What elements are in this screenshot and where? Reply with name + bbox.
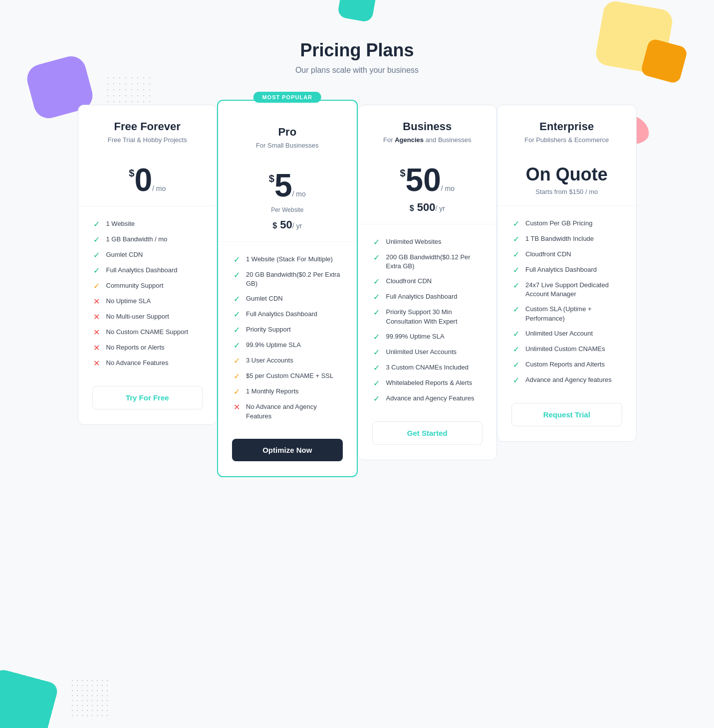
feature-text: Unlimited User Account xyxy=(525,329,593,338)
plan-description-pro: For Small Businesses xyxy=(232,142,343,160)
check-green-icon: ✓ xyxy=(511,219,520,228)
price-block-free: $ 0 / mo xyxy=(92,164,203,196)
price-value-pro: 5 xyxy=(274,170,292,201)
plan-button-pro[interactable]: Optimize Now xyxy=(232,439,343,461)
check-green-icon: ✓ xyxy=(511,376,520,385)
check-green-icon: ✓ xyxy=(511,330,520,339)
cross-red-icon: ✕ xyxy=(92,359,101,368)
price-currency-business: $ xyxy=(400,168,405,178)
feature-text: Gumlet CDN xyxy=(106,250,143,259)
feature-text: Custom Per GB Pricing xyxy=(525,219,592,228)
feature-item: ✓ 99.9% Uptime SLA xyxy=(232,338,343,353)
feature-item: ✓ 200 GB Bandwidth($0.12 Per Extra GB) xyxy=(372,250,483,274)
feature-item: ✕ No Reports or Alerts xyxy=(92,340,203,356)
price-yearly-business: $ 500/ yr xyxy=(372,201,483,214)
price-currency-pro: $ xyxy=(269,174,274,183)
feature-text: Community Support xyxy=(106,281,164,290)
feature-item: ✓ Whitelabeled Reports & Alerts xyxy=(372,375,483,391)
check-green-icon: ✓ xyxy=(372,293,381,302)
check-green-icon: ✓ xyxy=(232,255,241,264)
price-block-pro: $ 5 / mo xyxy=(232,170,343,201)
feature-text: 200 GB Bandwidth($0.12 Per Extra GB) xyxy=(386,253,483,271)
feature-item: ✕ No Custom CNAME Support xyxy=(92,325,203,340)
feature-text: Full Analytics Dashboard xyxy=(106,266,178,275)
feature-text: No Custom CNAME Support xyxy=(106,328,189,337)
pricing-container: Free ForeverFree Trial & Hobby Projects … xyxy=(58,95,657,502)
check-green-icon: ✓ xyxy=(232,341,241,350)
feature-item: ✓ 1 GB Bandwidth / mo xyxy=(92,232,203,247)
feature-text: 3 Custom CNAMEs Included xyxy=(386,363,469,372)
plan-button-enterprise[interactable]: Request Trial xyxy=(511,403,622,426)
check-green-icon: ✓ xyxy=(511,266,520,275)
feature-text: Cloudfront CDN xyxy=(525,250,571,259)
feature-text: 99.9% Uptime SLA xyxy=(246,341,301,350)
plan-name-business: Business xyxy=(372,120,483,133)
divider-business xyxy=(358,224,497,224)
feature-text: 1 Monthly Reports xyxy=(246,387,299,396)
feature-text: Full Analytics Dashboard xyxy=(525,265,597,274)
decorative-teal-bottom xyxy=(0,668,59,728)
feature-item: ✓ Unlimited Websites xyxy=(372,234,483,250)
feature-item: ✓ 1 Website (Stack For Multiple) xyxy=(232,252,343,267)
feature-item: ✓ Unlimited User Accounts xyxy=(372,345,483,360)
feature-text: Whitelabeled Reports & Alerts xyxy=(386,378,473,387)
check-green-icon: ✓ xyxy=(511,281,520,290)
cross-red-icon: ✕ xyxy=(92,344,101,353)
feature-text: No Reports or Alerts xyxy=(106,343,165,352)
plan-button-free[interactable]: Try For Free xyxy=(92,386,203,409)
feature-item: ✓ 1 Website xyxy=(92,216,203,232)
check-green-icon: ✓ xyxy=(92,235,101,244)
price-value-free: 0 xyxy=(134,164,152,196)
feature-item: ✓ Full Analytics Dashboard xyxy=(372,289,483,305)
feature-text: Full Analytics Dashboard xyxy=(246,310,317,319)
plan-button-business[interactable]: Get Started xyxy=(372,421,483,445)
feature-text: Advance and Agency features xyxy=(525,375,612,384)
feature-item: ✓ $5 per Custom CNAME + SSL xyxy=(232,368,343,384)
check-green-icon: ✓ xyxy=(511,250,520,259)
plan-name-pro: Pro xyxy=(232,126,343,139)
feature-item: ✓ 1 Monthly Reports xyxy=(232,384,343,399)
feature-item: ✓ Unlimited User Account xyxy=(511,326,622,342)
plan-name-enterprise: Enterprise xyxy=(511,120,622,133)
feature-item: ✓ Cloudfront CDN xyxy=(511,247,622,262)
check-green-icon: ✓ xyxy=(92,266,101,275)
feature-item: ✓ Community Support xyxy=(92,278,203,294)
check-green-icon: ✓ xyxy=(372,379,381,388)
feature-item: ✓ 24x7 Live Support Dedicated Account Ma… xyxy=(511,278,622,302)
feature-item: ✓ Custom Per GB Pricing xyxy=(511,216,622,231)
cross-red-icon: ✕ xyxy=(232,403,241,412)
feature-text: 24x7 Live Support Dedicated Account Mana… xyxy=(525,281,622,299)
feature-item: ✓ Custom Reports and Alterts xyxy=(511,357,622,372)
feature-item: ✕ No Multi-user Support xyxy=(92,309,203,325)
check-yellow-icon: ✓ xyxy=(232,387,241,396)
feature-text: Unlimited Custom CNAMEs xyxy=(525,345,605,354)
feature-item: ✓ Custom SLA (Uptime + Performance) xyxy=(511,302,622,326)
check-green-icon: ✓ xyxy=(372,277,381,286)
feature-item: ✓ 99.99% Uptime SLA xyxy=(372,329,483,345)
price-period-pro: / mo xyxy=(292,190,305,197)
feature-text: No Advance Features xyxy=(106,359,169,367)
feature-text: Custom Reports and Alterts xyxy=(525,360,605,369)
feature-item: ✓ Full Analytics Dashboard xyxy=(232,307,343,322)
feature-item: ✓ Full Analytics Dashboard xyxy=(511,262,622,278)
price-per-website-pro: Per Website xyxy=(232,206,343,213)
feature-text: 99.99% Uptime SLA xyxy=(386,332,445,341)
most-popular-badge: MOST POPULAR xyxy=(253,92,321,103)
check-green-icon: ✓ xyxy=(372,348,381,357)
plan-special-price-enterprise: On Quote xyxy=(511,164,622,185)
feature-item: ✓ Gumlet CDN xyxy=(92,247,203,263)
plan-description-enterprise: For Publishers & Ecommerce xyxy=(511,136,622,154)
feature-item: ✓ Priority Support 30 Min Consultation W… xyxy=(372,305,483,329)
check-green-icon: ✓ xyxy=(232,326,241,335)
feature-text: 20 GB Bandwidth($0.2 Per Extra GB) xyxy=(246,270,343,288)
check-yellow-icon: ✓ xyxy=(232,357,241,365)
feature-text: No Uptime SLA xyxy=(106,297,151,306)
price-period-free: / mo xyxy=(152,185,166,192)
feature-item: ✓ Advance and Agency Features xyxy=(372,391,483,406)
feature-text: 3 User Accounts xyxy=(246,356,293,365)
feature-text: 1 TB Bandwidth Include xyxy=(525,234,594,243)
plan-name-free: Free Forever xyxy=(92,120,203,133)
feature-text: 1 Website xyxy=(106,219,135,228)
page-subtitle: Our plans scale with your business xyxy=(10,66,704,75)
feature-text: Full Analytics Dashboard xyxy=(386,292,458,301)
